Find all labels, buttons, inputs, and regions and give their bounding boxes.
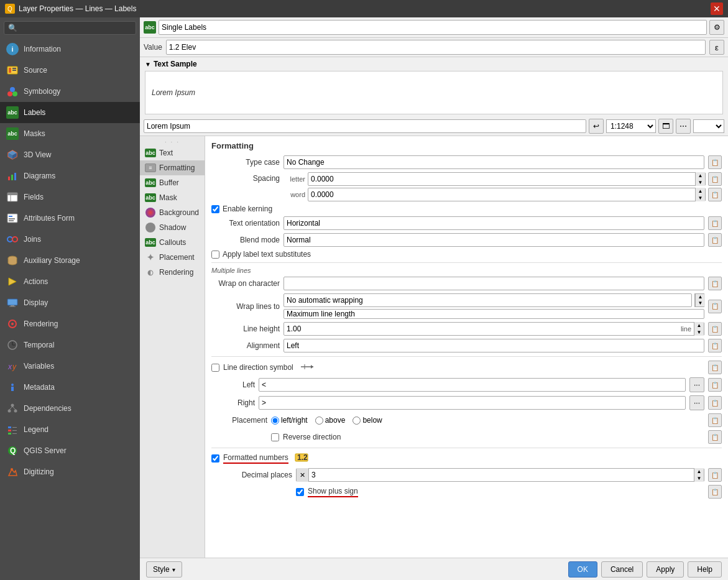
letter-value-input[interactable]: [308, 175, 695, 183]
blend-mode-override-btn[interactable]: 📋: [708, 233, 722, 247]
apply-button[interactable]: Apply: [647, 561, 684, 578]
word-override-btn[interactable]: 📋: [708, 188, 722, 201]
line-height-spin-down[interactable]: ▼: [694, 329, 704, 336]
wrap-lines-spin-up[interactable]: ▲: [695, 294, 705, 300]
show-plus-sign-override-btn[interactable]: 📋: [708, 485, 722, 499]
placement-above[interactable]: above: [315, 416, 346, 425]
word-spin-down[interactable]: ▼: [695, 195, 705, 201]
search-box[interactable]: 🔍: [4, 21, 136, 35]
wrap-lines-select[interactable]: No automatic wrapping Wrap on character …: [283, 293, 692, 307]
sidebar-item-source[interactable]: Source: [0, 60, 140, 81]
sidebar-item-legend[interactable]: Legend: [0, 419, 140, 440]
sidebar-item-display[interactable]: Display: [0, 292, 140, 313]
line-dir-symbol-checkbox[interactable]: [211, 364, 219, 372]
line-height-spin-up[interactable]: ▲: [694, 322, 704, 329]
placement-override-btn[interactable]: 📋: [708, 413, 722, 427]
ok-button[interactable]: OK: [568, 561, 597, 578]
left-override-btn[interactable]: 📋: [708, 378, 722, 392]
sidebar-item-3dview[interactable]: 3D View: [0, 144, 140, 165]
decimal-places-spin-up[interactable]: ▲: [694, 468, 704, 475]
label-mode-select[interactable]: Single Labels Rule-based Labels Blocking: [159, 20, 707, 35]
reverse-dir-checkbox[interactable]: [271, 433, 279, 441]
wrap-lines-override-btn[interactable]: 📋: [708, 300, 722, 313]
reverse-dir-override-btn[interactable]: 📋: [708, 430, 722, 444]
sidebar-item-attributes-form[interactable]: Attributes Form: [0, 208, 140, 229]
letter-spin-down[interactable]: ▼: [695, 179, 705, 186]
sidebar-item-digitizing[interactable]: Digitizing: [0, 461, 140, 482]
collapse-arrow-icon[interactable]: ▼: [145, 61, 151, 68]
sidebar-item-diagrams[interactable]: Diagrams: [0, 165, 140, 186]
sub-tab-formatting[interactable]: ≡ Formatting: [140, 160, 205, 175]
sample-text-input[interactable]: [144, 119, 586, 133]
word-spin-up[interactable]: ▲: [695, 188, 705, 195]
type-case-select[interactable]: No Change All Uppercase All Lowercase Ti…: [283, 155, 704, 169]
sidebar-item-fields[interactable]: Fields: [0, 186, 140, 208]
placement-leftright-radio[interactable]: [271, 417, 279, 425]
wrap-lines-spin-down[interactable]: ▼: [695, 300, 705, 306]
line-dir-override-btn[interactable]: 📋: [708, 361, 722, 374]
sub-tab-placement[interactable]: ✦ Placement: [140, 250, 205, 265]
letter-spin-up[interactable]: ▲: [695, 172, 705, 179]
sample-extra-button[interactable]: ⋯: [676, 119, 691, 134]
line-height-spinbox[interactable]: line ▲ ▼: [283, 322, 704, 336]
right-input[interactable]: [259, 396, 686, 410]
word-value-input[interactable]: [308, 190, 695, 199]
sidebar-item-variables[interactable]: xy Variables: [0, 356, 140, 377]
placement-below[interactable]: below: [352, 416, 382, 425]
placement-leftright[interactable]: left/right: [271, 416, 308, 425]
sample-zoom-select[interactable]: [693, 119, 724, 133]
wrap-lines-sub-select[interactable]: Maximum line length Minimum line length: [283, 309, 704, 319]
value-select[interactable]: 1.2 Elev: [166, 40, 706, 55]
sidebar-item-metadata[interactable]: Metadata: [0, 377, 140, 398]
mode-settings-button[interactable]: ⚙: [709, 20, 724, 35]
wrap-char-input[interactable]: [283, 277, 704, 290]
text-orientation-select[interactable]: Horizontal Vertical Rotation-based: [283, 216, 704, 230]
decimal-places-override-btn[interactable]: 📋: [708, 468, 722, 482]
sidebar-item-labels[interactable]: abc Labels: [0, 102, 140, 123]
sub-tab-background[interactable]: Background: [140, 205, 205, 220]
decimal-places-spinbox[interactable]: ✕ ▲ ▼: [296, 468, 704, 482]
text-orientation-override-btn[interactable]: 📋: [708, 216, 722, 230]
show-plus-sign-checkbox[interactable]: [296, 488, 304, 496]
help-button[interactable]: Help: [688, 561, 722, 578]
line-height-input[interactable]: [284, 325, 678, 333]
blend-mode-select[interactable]: Normal Multiply Screen: [283, 233, 704, 247]
word-spinbox[interactable]: ▲ ▼: [308, 188, 706, 201]
alignment-select[interactable]: Left Center Right Follow label placement: [283, 339, 704, 352]
sidebar-item-joins[interactable]: Joins: [0, 229, 140, 250]
wrap-char-override-btn[interactable]: 📋: [708, 277, 722, 290]
right-ellipsis-btn[interactable]: ···: [689, 395, 704, 410]
letter-spinbox[interactable]: ▲ ▼: [308, 172, 706, 186]
sub-tab-text[interactable]: abc Text: [140, 145, 205, 160]
decimal-places-spin-down[interactable]: ▼: [694, 475, 704, 482]
sidebar-item-temporal[interactable]: Temporal: [0, 334, 140, 356]
sidebar-item-auxiliary-storage[interactable]: Auxiliary Storage: [0, 250, 140, 271]
sub-tab-buffer[interactable]: abc Buffer: [140, 175, 205, 190]
kerning-checkbox[interactable]: [211, 205, 219, 213]
sidebar-item-actions[interactable]: Actions: [0, 271, 140, 292]
close-button[interactable]: ✕: [711, 2, 723, 15]
sample-reset-button[interactable]: ↩: [589, 119, 604, 134]
value-expression-button[interactable]: ε: [709, 40, 724, 55]
sidebar-item-symbology[interactable]: Symbology: [0, 81, 140, 102]
sample-options-button[interactable]: 🗖: [658, 119, 673, 134]
alignment-override-btn[interactable]: 📋: [708, 339, 722, 352]
sidebar-item-rendering[interactable]: Rendering: [0, 313, 140, 334]
style-button[interactable]: Style: [146, 561, 182, 578]
decimal-clear-btn[interactable]: ✕: [297, 468, 309, 482]
search-input[interactable]: [20, 24, 132, 32]
sidebar-item-qgis-server[interactable]: Q QGIS Server: [0, 440, 140, 461]
sidebar-item-information[interactable]: i Information: [0, 39, 140, 60]
sub-tab-shadow[interactable]: Shadow: [140, 220, 205, 235]
type-case-override-btn[interactable]: 📋: [708, 155, 722, 169]
sub-tab-callouts[interactable]: abc Callouts: [140, 235, 205, 250]
scale-select[interactable]: 1:1248: [606, 119, 656, 133]
label-substitutes-checkbox[interactable]: [211, 251, 219, 259]
cancel-button[interactable]: Cancel: [601, 561, 643, 578]
placement-above-radio[interactable]: [315, 417, 323, 425]
formatted-numbers-checkbox[interactable]: [211, 454, 219, 463]
line-height-override-btn[interactable]: 📋: [708, 322, 722, 336]
right-override-btn[interactable]: 📋: [708, 396, 722, 410]
decimal-places-input[interactable]: [309, 471, 694, 479]
placement-below-radio[interactable]: [352, 417, 361, 425]
